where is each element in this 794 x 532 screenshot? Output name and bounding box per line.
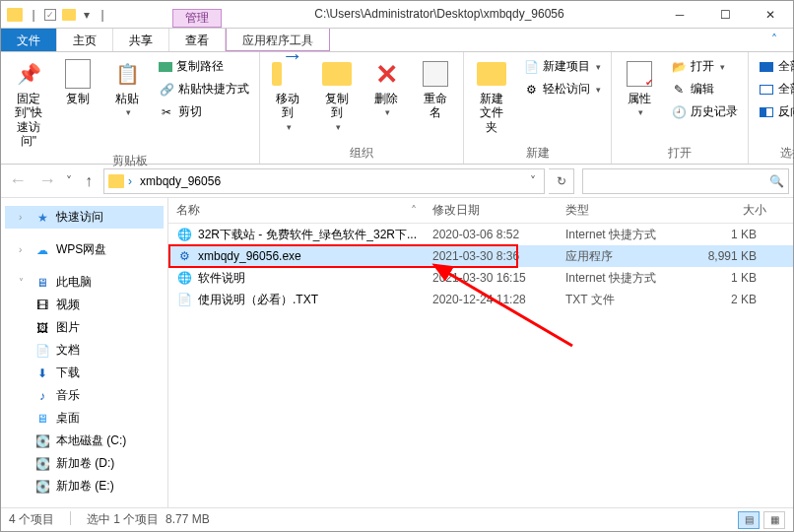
file-row[interactable]: ⚙xmbqdy_96056.exe2021-03-30 8:36应用程序8,99… — [168, 245, 793, 267]
edit-label: 编辑 — [691, 81, 714, 98]
search-box[interactable]: 🔍 — [582, 168, 789, 194]
search-icon[interactable]: 🔍 — [764, 174, 788, 188]
open-icon: 📂 — [671, 59, 687, 75]
up-button[interactable]: ↑ — [78, 170, 99, 192]
new-folder-label: 新建文件夹 — [476, 92, 507, 134]
navigation-pane[interactable]: ›★快速访问 ›☁WPS网盘 ˅🖥此电脑 🎞视频 🖼图片 📄文档 ⬇下载 ♪音乐… — [1, 198, 168, 507]
nav-video[interactable]: 🎞视频 — [5, 294, 164, 316]
nav-music[interactable]: ♪音乐 — [5, 384, 164, 407]
qat-dropdown[interactable]: ▾ — [82, 8, 92, 22]
refresh-button[interactable]: ↻ — [549, 168, 574, 194]
easy-access-button[interactable]: ⚙轻松访问▾ — [519, 79, 605, 100]
search-input[interactable] — [583, 174, 764, 188]
tab-share[interactable]: 共享 — [113, 29, 169, 51]
select-none-button[interactable]: 全部取消 — [755, 79, 794, 100]
paste-button[interactable]: 📋 粘贴 ▾ — [105, 56, 149, 119]
col-type[interactable]: 类型 — [558, 202, 686, 219]
nav-drive-e[interactable]: 💽新加卷 (E:) — [5, 475, 164, 498]
file-icon: 🌐 — [176, 270, 192, 286]
nav-desktop[interactable]: 🖥桌面 — [5, 407, 164, 430]
nav-downloads[interactable]: ⬇下载 — [5, 362, 164, 384]
pin-icon: 📌 — [13, 58, 44, 90]
nav-quick-access[interactable]: ›★快速访问 — [5, 206, 164, 229]
nav-documents[interactable]: 📄文档 — [5, 339, 164, 362]
nav-label: 新加卷 (E:) — [56, 478, 114, 495]
view-large-button[interactable]: ▦ — [763, 511, 785, 529]
properties-button[interactable]: ✔ 属性▾ — [618, 56, 661, 119]
main-area: ›★快速访问 ›☁WPS网盘 ˅🖥此电脑 🎞视频 🖼图片 📄文档 ⬇下载 ♪音乐… — [1, 198, 793, 507]
paste-shortcut-button[interactable]: 🔗粘贴快捷方式 — [155, 79, 253, 100]
folder-icon[interactable] — [62, 9, 76, 21]
file-type: Internet 快捷方式 — [558, 227, 686, 243]
pin-button[interactable]: 📌 固定到"快速访问" — [7, 56, 50, 151]
cut-button[interactable]: ✂剪切 — [155, 101, 253, 122]
breadcrumb-item[interactable]: xmbqdy_96056 — [136, 172, 225, 190]
file-name: 使用说明（必看）.TXT — [198, 292, 318, 308]
history-icon: 🕘 — [671, 104, 687, 120]
file-list[interactable]: 名称˄ 修改日期 类型 大小 🌐32R下载站 - 免费软件_绿色软件_32R下.… — [168, 198, 793, 507]
history-button[interactable]: 🕘历史记录 — [667, 101, 742, 122]
select-all-icon — [759, 59, 774, 75]
cloud-icon: ☁ — [34, 242, 50, 258]
nav-wps[interactable]: ›☁WPS网盘 — [5, 238, 164, 261]
nav-label: 快速访问 — [56, 209, 103, 226]
ribbon-group-open: ✔ 属性▾ 📂打开▾ ✎编辑 🕘历史记录 打开 — [612, 52, 749, 164]
delete-icon: ✕ — [370, 58, 402, 90]
col-size[interactable]: 大小 — [686, 202, 774, 219]
minimize-button[interactable]: ─ — [657, 1, 702, 28]
edit-icon: ✎ — [671, 82, 687, 98]
copy-path-button[interactable]: 复制路径 — [155, 56, 253, 77]
tab-home[interactable]: 主页 — [57, 29, 113, 51]
file-row[interactable]: 🌐32R下载站 - 免费软件_绿色软件_32R下...2020-03-06 8:… — [168, 224, 793, 245]
copy-to-button[interactable]: 复制到▾ — [315, 56, 359, 134]
copy-button[interactable]: 复制 — [56, 56, 99, 107]
close-button[interactable]: ✕ — [748, 1, 793, 28]
nav-label: WPS网盘 — [56, 241, 106, 258]
new-folder-button[interactable]: 新建文件夹 — [470, 56, 513, 136]
edit-button[interactable]: ✎编辑 — [667, 79, 742, 100]
star-icon: ★ — [34, 210, 50, 226]
select-none-label: 全部取消 — [778, 81, 794, 98]
address-dropdown[interactable]: ˅ — [526, 174, 540, 188]
nav-label: 此电脑 — [56, 274, 92, 291]
file-row[interactable]: 🌐软件说明2021-03-30 16:15Internet 快捷方式1 KB — [168, 267, 793, 289]
crumb-chevron-icon[interactable]: › — [128, 174, 132, 188]
chevron-icon[interactable]: › — [19, 212, 29, 223]
new-item-button[interactable]: 📄新建项目▾ — [519, 56, 605, 77]
forward-button[interactable]: → — [34, 168, 60, 194]
move-to-label: 移动到 — [272, 92, 303, 120]
nav-pictures[interactable]: 🖼图片 — [5, 316, 164, 339]
file-name: 32R下载站 - 免费软件_绿色软件_32R下... — [198, 227, 417, 243]
nav-pc[interactable]: ˅🖥此电脑 — [5, 271, 164, 294]
tab-file[interactable]: 文件 — [1, 29, 57, 51]
rename-button[interactable]: 重命名 — [414, 56, 457, 122]
move-to-button[interactable]: → 移动到▾ — [266, 56, 309, 134]
address-bar[interactable]: › xmbqdy_96056 ˅ — [103, 168, 545, 194]
status-bar: 4 个项目 选中 1 个项目 8.77 MB ▤ ▦ — [1, 507, 793, 531]
col-name[interactable]: 名称˄ — [168, 202, 425, 219]
music-icon: ♪ — [34, 388, 50, 404]
tab-app-tools[interactable]: 应用程序工具 — [226, 29, 330, 51]
file-row[interactable]: 📄使用说明（必看）.TXT2020-12-24 11:28TXT 文件2 KB — [168, 289, 793, 310]
invert-button[interactable]: 反向选择 — [755, 101, 794, 122]
open-button[interactable]: 📂打开▾ — [667, 56, 742, 77]
back-button[interactable]: ← — [5, 168, 31, 194]
view-details-button[interactable]: ▤ — [738, 511, 760, 529]
history-dropdown[interactable]: ˅ — [64, 174, 74, 188]
select-all-button[interactable]: 全部选择 — [755, 56, 794, 77]
ribbon-collapse-button[interactable]: ˄ — [756, 29, 793, 51]
tab-view[interactable]: 查看 — [169, 29, 226, 51]
delete-button[interactable]: ✕ 删除▾ — [364, 56, 408, 119]
col-date[interactable]: 修改日期 — [425, 202, 558, 219]
nav-drive-c[interactable]: 💽本地磁盘 (C:) — [5, 430, 164, 452]
checkbox-icon[interactable]: ✓ — [44, 9, 56, 21]
explorer-window: | ✓ ▾ | 管理 C:\Users\Administrator\Deskto… — [0, 0, 794, 532]
group-title-select: 选择 — [755, 143, 794, 162]
pin-label: 固定到"快速访问" — [13, 92, 44, 149]
easy-access-icon: ⚙ — [523, 82, 539, 98]
maximize-button[interactable]: ☐ — [702, 1, 748, 28]
nav-drive-d[interactable]: 💽新加卷 (D:) — [5, 452, 164, 475]
file-date: 2021-03-30 8:36 — [425, 249, 558, 263]
invert-label: 反向选择 — [778, 103, 794, 120]
ribbon: 📌 固定到"快速访问" 复制 📋 粘贴 ▾ 复制路径 🔗粘贴快捷方式 ✂剪切 — [1, 52, 793, 165]
